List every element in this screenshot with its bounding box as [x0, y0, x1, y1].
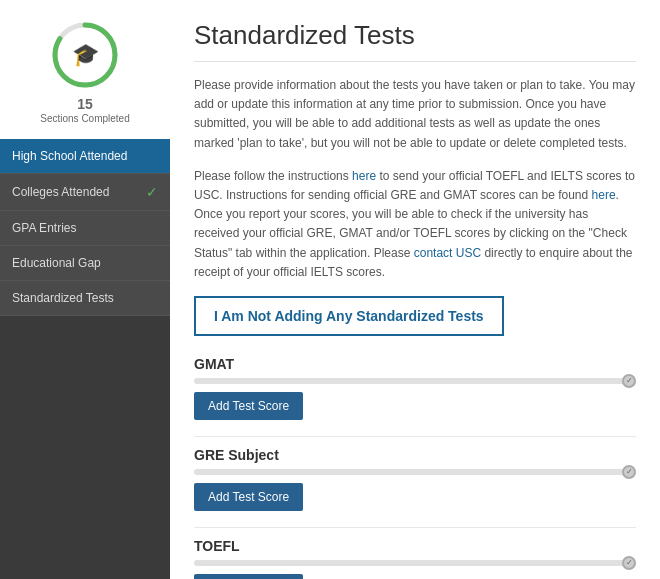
- not-adding-button[interactable]: I Am Not Adding Any Standardized Tests: [194, 296, 504, 336]
- progress-circle: 🎓: [50, 20, 120, 90]
- description-2: Please follow the instructions here to s…: [194, 167, 636, 282]
- sidebar-item-gpa[interactable]: GPA Entries: [0, 211, 170, 246]
- sidebar-item-std-tests[interactable]: Standardized Tests: [0, 281, 170, 316]
- sidebar-dark-area: [0, 316, 170, 579]
- toefl-progress-circle: ✓: [622, 556, 636, 570]
- contact-usc-link[interactable]: contact USC: [414, 246, 481, 260]
- main-content: Standardized Tests Please provide inform…: [170, 0, 660, 579]
- toefl-add-test-button[interactable]: Add Test Score: [194, 574, 303, 579]
- toefl-label: TOEFL: [194, 538, 636, 554]
- toefl-progress-bar: ✓: [194, 560, 636, 566]
- sidebar-item-high-school[interactable]: High School Attended: [0, 139, 170, 174]
- page-title: Standardized Tests: [194, 20, 636, 62]
- gre-subject-progress-bar: ✓: [194, 469, 636, 475]
- instructions-link[interactable]: here: [352, 169, 376, 183]
- sidebar: 🎓 15 Sections Completed High School Atte…: [0, 0, 170, 579]
- gmat-add-test-button[interactable]: Add Test Score: [194, 392, 303, 420]
- gmat-section: GMAT ✓ Add Test Score: [194, 356, 636, 420]
- toefl-section: TOEFL ✓ Add Test Score: [194, 538, 636, 579]
- gre-gmat-link[interactable]: here: [592, 188, 616, 202]
- sections-completed-label: 15 Sections Completed: [40, 96, 130, 125]
- sidebar-item-edu-gap[interactable]: Educational Gap: [0, 246, 170, 281]
- gmat-progress-circle: ✓: [622, 374, 636, 388]
- gmat-label: GMAT: [194, 356, 636, 372]
- sidebar-item-colleges[interactable]: Colleges Attended ✓: [0, 174, 170, 211]
- description-1: Please provide information about the tes…: [194, 76, 636, 153]
- sidebar-nav: High School Attended Colleges Attended ✓…: [0, 139, 170, 316]
- gre-subject-section: GRE Subject ✓ Add Test Score: [194, 447, 636, 511]
- gmat-check: ✓: [626, 376, 633, 385]
- gre-subject-label: GRE Subject: [194, 447, 636, 463]
- gre-subject-add-test-button[interactable]: Add Test Score: [194, 483, 303, 511]
- gmat-progress-bar: ✓: [194, 378, 636, 384]
- gre-subject-progress-circle: ✓: [622, 465, 636, 479]
- sidebar-top: 🎓 15 Sections Completed: [0, 0, 170, 139]
- colleges-check-icon: ✓: [146, 184, 158, 200]
- gre-subject-check: ✓: [626, 467, 633, 476]
- toefl-check: ✓: [626, 558, 633, 567]
